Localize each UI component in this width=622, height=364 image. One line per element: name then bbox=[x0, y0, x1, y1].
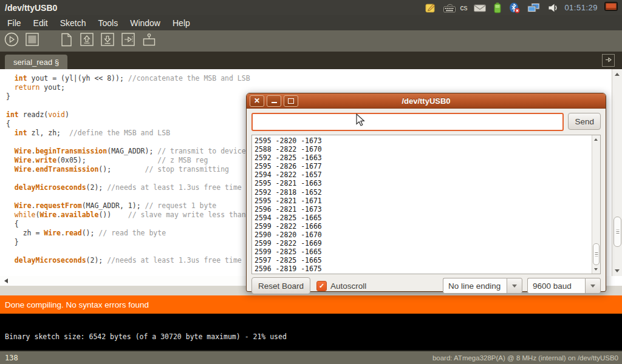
system-tray: cs 01:51:29 bbox=[425, 1, 622, 15]
autoscroll-checkbox[interactable]: ✓ bbox=[316, 281, 327, 291]
top-panel: /dev/ttyUSB0 cs 01:51:29 bbox=[0, 0, 622, 15]
maximize-icon bbox=[288, 98, 294, 104]
save-icon bbox=[100, 32, 116, 50]
menu-tools[interactable]: Tools bbox=[92, 16, 125, 30]
scroll-left-icon[interactable] bbox=[4, 278, 8, 283]
close-icon: ✕ bbox=[254, 97, 260, 104]
menu-file[interactable]: File bbox=[1, 16, 27, 30]
line-ending-dropdown[interactable]: No line ending bbox=[443, 278, 522, 294]
serial-monitor-body: Send 2595 -2820 -1673 2588 -2822 -1670 2… bbox=[247, 109, 606, 298]
note-icon[interactable] bbox=[425, 2, 437, 14]
code-line: int yout = (yl|(yh << 8)); //concatenate… bbox=[6, 74, 607, 83]
menu-help[interactable]: Help bbox=[166, 16, 196, 30]
maximize-button[interactable] bbox=[284, 95, 298, 107]
scroll-up-icon[interactable] bbox=[615, 73, 620, 76]
tab-serial-read[interactable]: serial_read § bbox=[5, 55, 67, 69]
serial-input[interactable] bbox=[251, 113, 564, 131]
new-sketch-button[interactable] bbox=[58, 33, 75, 50]
line-number-indicator: 138 bbox=[0, 354, 432, 362]
serial-output-text: 2595 -2820 -1673 2588 -2822 -1670 2592 -… bbox=[252, 135, 600, 274]
dropdown-arrow-button[interactable] bbox=[585, 278, 601, 294]
baud-rate-dropdown[interactable]: 9600 baud bbox=[527, 278, 601, 294]
upload-button[interactable] bbox=[120, 33, 137, 50]
volume-icon[interactable] bbox=[547, 2, 558, 14]
stop-button[interactable] bbox=[24, 33, 41, 50]
send-button[interactable]: Send bbox=[568, 113, 601, 130]
autoscroll-label: Autoscroll bbox=[330, 281, 366, 291]
session-menu[interactable] bbox=[604, 1, 618, 15]
editor-vertical-scrollbar[interactable] bbox=[612, 69, 622, 276]
new-tab-arrow-icon bbox=[604, 55, 612, 66]
serial-monitor-icon bbox=[141, 32, 157, 50]
code-line: return yout; bbox=[6, 83, 607, 92]
board-info: board: ATmega328P(A) @ 8 MHz (internal) … bbox=[432, 354, 622, 362]
serial-monitor-title: /dev/ttyUSB0 bbox=[247, 96, 606, 106]
battery-icon[interactable] bbox=[493, 2, 502, 14]
serial-output-area[interactable]: 2595 -2820 -1673 2588 -2822 -1670 2592 -… bbox=[251, 135, 601, 274]
save-button[interactable] bbox=[99, 33, 116, 50]
network-icon[interactable] bbox=[527, 2, 541, 14]
keyboard-icon[interactable] bbox=[443, 2, 456, 14]
tray-icon-group: cs bbox=[425, 2, 558, 14]
arduino-ide-screen: /dev/ttyUSB0 cs 01:51:29 FileEditSketchT… bbox=[0, 0, 622, 364]
close-button[interactable]: ✕ bbox=[250, 95, 264, 107]
stop-icon bbox=[24, 32, 41, 50]
compile-status-text: Done compiling. No syntax errors found bbox=[5, 300, 149, 309]
console-output: Binary sketch size: 6542 bytes (of a 307… bbox=[0, 314, 622, 350]
clock[interactable]: 01:51:29 bbox=[564, 3, 598, 12]
minimize-button[interactable] bbox=[267, 95, 281, 107]
minimize-icon bbox=[272, 102, 277, 103]
check-icon: ✓ bbox=[319, 282, 324, 290]
status-bar: 138 board: ATmega328P(A) @ 8 MHz (intern… bbox=[0, 350, 622, 364]
open-button[interactable] bbox=[78, 33, 95, 50]
toolbar bbox=[0, 30, 622, 52]
console-text: Binary sketch size: 6542 bytes (of a 307… bbox=[5, 332, 287, 341]
open-icon bbox=[79, 32, 95, 50]
new-sketch-icon bbox=[58, 32, 75, 50]
line-ending-value[interactable]: No line ending bbox=[443, 278, 507, 294]
scroll-down-icon[interactable] bbox=[594, 268, 598, 271]
verify-button[interactable] bbox=[3, 33, 20, 50]
chevron-down-icon bbox=[512, 285, 517, 288]
session-icon[interactable] bbox=[604, 1, 618, 13]
keyboard-layout-label: cs bbox=[460, 4, 467, 12]
chevron-down-icon bbox=[590, 285, 595, 288]
baud-rate-value[interactable]: 9600 baud bbox=[527, 278, 585, 294]
mail-icon[interactable] bbox=[473, 2, 487, 14]
scroll-down-icon[interactable] bbox=[615, 269, 620, 272]
menu-sketch[interactable]: Sketch bbox=[54, 16, 92, 30]
upload-icon bbox=[120, 32, 137, 50]
compile-status-bar: Done compiling. No syntax errors found bbox=[0, 295, 622, 314]
reset-board-button[interactable]: Reset Board bbox=[251, 277, 310, 294]
menu-bar: FileEditSketchToolsWindowHelp bbox=[0, 15, 622, 30]
menu-window[interactable]: Window bbox=[124, 16, 166, 30]
serial-monitor-window: ✕ /dev/ttyUSB0 Send 2595 -2820 -1673 258… bbox=[246, 93, 606, 292]
window-title: /dev/ttyUSB0 bbox=[0, 3, 425, 13]
menu-edit[interactable]: Edit bbox=[27, 16, 54, 30]
new-tab-button[interactable] bbox=[602, 54, 615, 67]
serial-monitor-button[interactable] bbox=[140, 33, 157, 50]
window-controls: ✕ bbox=[247, 95, 298, 107]
dropdown-arrow-button[interactable] bbox=[507, 278, 522, 294]
scrollbar-thumb[interactable] bbox=[593, 243, 600, 265]
tab-bar: serial_read § bbox=[0, 52, 622, 69]
scrollbar-thumb[interactable] bbox=[613, 217, 621, 247]
serial-monitor-titlebar[interactable]: ✕ /dev/ttyUSB0 bbox=[247, 93, 606, 109]
serial-scrollbar[interactable] bbox=[592, 135, 600, 274]
verify-icon bbox=[4, 32, 20, 50]
scroll-up-icon[interactable] bbox=[594, 138, 598, 141]
bluetooth-icon[interactable] bbox=[508, 2, 521, 14]
